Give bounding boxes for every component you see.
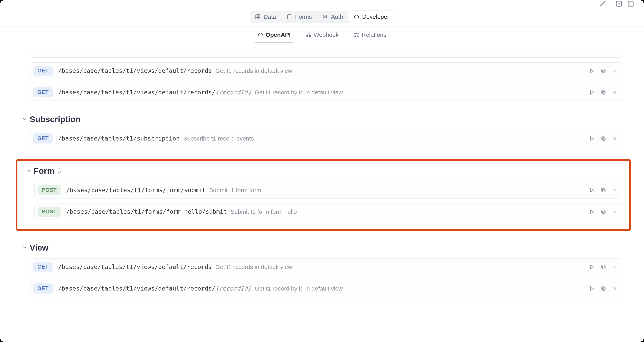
section-header[interactable]: Subscription [22, 114, 622, 124]
endpoint-description: Get t1 records in default view [215, 264, 292, 270]
subtab-openapi[interactable]: OpenAPI [255, 32, 293, 43]
svg-rect-23 [602, 288, 605, 290]
expand-icon[interactable] [628, 0, 634, 8]
app-window: Data Forms Auth Developer OpenAPI Webhoo… [0, 0, 644, 342]
chevron-right-icon[interactable] [612, 286, 617, 291]
svg-rect-24 [602, 286, 604, 289]
run-icon[interactable] [589, 209, 595, 214]
tab-developer[interactable]: Developer [348, 11, 394, 23]
chevron-right-icon[interactable] [612, 264, 617, 270]
section-header[interactable]: View [22, 243, 622, 252]
method-badge: GET [34, 134, 53, 144]
endpoint-actions [589, 209, 617, 214]
section-form: Form#POST/bases/base/tables/t1/forms/for… [18, 161, 629, 229]
copy-icon[interactable] [601, 188, 606, 193]
endpoint-description: Get t1 record by id in default view [255, 285, 343, 292]
forms-icon [286, 14, 292, 20]
fingerprint-icon [322, 14, 328, 20]
chevron-right-icon[interactable] [612, 68, 617, 74]
run-icon[interactable] [589, 286, 595, 291]
content-scroll[interactable]: POSTGET/bases/base/tables/t1/views/defau… [0, 43, 644, 338]
endpoint-path: /bases/base/tables/t1/views/default/reco… [58, 89, 251, 96]
endpoint-actions [589, 286, 617, 291]
run-icon[interactable] [589, 136, 595, 141]
endpoint-list: POST/bases/base/tables/t1/forms/form/sub… [22, 182, 622, 220]
endpoint-row[interactable]: GET/bases/base/tables/t1/subscriptionSub… [30, 130, 622, 147]
endpoint-row[interactable]: POST/bases/base/tables/t1/forms/form/sub… [34, 182, 622, 198]
subtab-relations-label: Relations [362, 32, 386, 38]
copy-icon[interactable] [601, 68, 606, 74]
path-param: {recordId} [215, 285, 251, 292]
relations-icon [354, 32, 359, 38]
chevron-down-icon [22, 116, 28, 123]
endpoint-row[interactable]: POST/bases/base/tables/t1/forms/form hel… [34, 203, 622, 220]
chevron-down-icon [22, 244, 28, 251]
svg-point-9 [354, 36, 356, 37]
copy-icon[interactable] [601, 136, 606, 141]
section-header[interactable]: Form# [22, 166, 622, 176]
endpoint-actions [589, 136, 617, 141]
method-badge: GET [34, 87, 53, 98]
endpoint-row[interactable]: GET/bases/base/tables/t1/views/default/r… [30, 258, 622, 275]
copy-icon[interactable] [601, 209, 606, 214]
nav-primary: Data Forms Auth Developer [0, 6, 644, 27]
subtab-webhook[interactable]: Webhook [304, 32, 341, 43]
endpoint-row[interactable]: POST [30, 53, 622, 58]
tab-data[interactable]: Data [250, 11, 281, 23]
copy-icon[interactable] [601, 90, 606, 95]
method-badge: POST [38, 206, 60, 217]
svg-rect-19 [602, 211, 605, 214]
endpoint-description: Submit t1 form form hello [230, 208, 297, 215]
section-view: ViewGET/bases/base/tables/t1/views/defau… [22, 243, 622, 297]
svg-rect-12 [602, 69, 604, 72]
svg-rect-1 [628, 1, 633, 6]
chevron-right-icon[interactable] [612, 188, 617, 193]
webhook-icon [306, 32, 311, 38]
run-icon[interactable] [589, 188, 595, 193]
method-badge: POST [38, 185, 60, 195]
run-icon[interactable] [589, 264, 595, 270]
subtab-openapi-label: OpenAPI [266, 32, 291, 38]
endpoint-row[interactable]: GET/bases/base/tables/t1/views/default/r… [30, 84, 622, 101]
grid-icon [255, 14, 261, 20]
subtab-relations[interactable]: Relations [351, 32, 389, 43]
svg-point-5 [309, 35, 310, 36]
method-badge: GET [34, 284, 53, 294]
code-icon [258, 32, 263, 38]
run-icon[interactable] [589, 68, 595, 74]
method-badge: GET [34, 262, 53, 272]
endpoint-list: GET/bases/base/tables/t1/views/default/r… [22, 258, 622, 297]
endpoint-actions [589, 264, 617, 270]
endpoint-row[interactable]: GET/bases/base/tables/t1/views/default/r… [30, 62, 622, 79]
svg-point-10 [357, 36, 358, 37]
edit-icon[interactable] [600, 0, 606, 8]
window-toolbar [0, 0, 644, 6]
section-title: View [30, 243, 48, 252]
copy-icon[interactable] [601, 264, 606, 270]
tab-data-label: Data [264, 14, 276, 20]
chevron-right-icon[interactable] [612, 209, 617, 214]
endpoint-list: POSTGET/bases/base/tables/t1/views/defau… [22, 53, 622, 101]
section-title: Subscription [30, 114, 80, 124]
section-top: POSTGET/bases/base/tables/t1/views/defau… [22, 53, 622, 101]
download-icon[interactable] [616, 0, 622, 8]
tab-group: Data Forms Auth Developer [250, 11, 394, 23]
tab-forms[interactable]: Forms [281, 11, 317, 23]
endpoint-path: /bases/base/tables/t1/views/default/reco… [58, 264, 212, 270]
run-icon[interactable] [589, 90, 595, 95]
endpoint-row[interactable]: GET/bases/base/tables/t1/views/default/r… [30, 280, 622, 297]
nav-sub: OpenAPI Webhook Relations [0, 27, 644, 43]
section-subscription: SubscriptionGET/bases/base/tables/t1/sub… [22, 114, 622, 147]
svg-rect-13 [602, 92, 605, 94]
svg-rect-16 [602, 136, 604, 139]
svg-rect-11 [602, 70, 605, 73]
svg-rect-21 [602, 266, 605, 269]
endpoint-path: /bases/base/tables/t1/forms/form hello/s… [66, 208, 227, 215]
tab-auth[interactable]: Auth [317, 11, 348, 23]
copy-icon[interactable] [601, 286, 606, 291]
chevron-right-icon[interactable] [612, 136, 617, 141]
section-anchor[interactable]: # [58, 167, 62, 176]
path-param: {recordId} [215, 89, 251, 96]
chevron-right-icon[interactable] [612, 90, 617, 95]
endpoint-description: Submit t1 form form [209, 187, 261, 194]
